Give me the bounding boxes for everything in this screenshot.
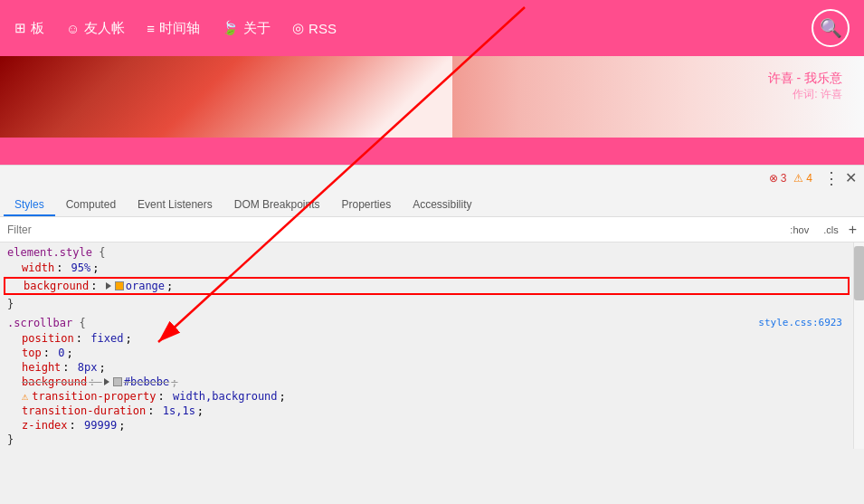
about-label: 关于 [243,20,271,37]
css-property-background-scrollbar: background : #bebebe ; [0,375,853,389]
friends-label: 友人帐 [84,20,125,37]
filter-bar: :hov .cls + [0,217,864,242]
devtools-actions: ⋮ ✕ [823,169,857,186]
css-property-transition-duration: transition-duration : 1s,1s ; [0,404,853,418]
nav-item-about[interactable]: 🍃 关于 [222,20,271,37]
filter-input[interactable] [7,223,778,236]
search-button[interactable]: 🔍 [812,9,850,47]
css-selector-scrollbar: .scrollbar { style.css:6923 [0,315,853,331]
source-link-scrollbar[interactable]: style.css:6923 [758,317,846,329]
error-circle-icon: ⊗ [769,172,778,185]
css-property-height: height : 8px ; [0,360,853,375]
dashboard-icon: ⊞ [14,20,26,36]
banner-image [0,56,864,138]
error-badge: ⊗ 3 [769,172,787,185]
warning-count: 4 [806,172,812,185]
css-selector-element-style: element.style { [0,244,853,261]
tab-dom-breakpoints[interactable]: DOM Breakpoints [223,195,331,216]
friends-icon: ☺ [66,21,80,36]
css-rule-scrollbar: .scrollbar { style.css:6923 position : f… [0,313,853,449]
hov-button[interactable]: :hov [785,222,813,238]
css-property-background-highlighted: background : orange ; [4,277,850,295]
tab-styles[interactable]: Styles [4,195,55,216]
nav-items: ⊞ 板 ☺ 友人帐 ≡ 时间轴 🍃 关于 ◎ RSS [14,20,337,37]
nav-item-rss[interactable]: ◎ RSS [292,20,337,36]
more-options-button[interactable]: ⋮ [823,170,840,186]
rss-icon: ◎ [292,20,304,36]
scrollbar-thumb[interactable] [854,246,864,300]
css-panel: element.style { width : 95% ; background… [0,242,853,449]
banner-title: 许喜 - 我乐意 [768,71,842,87]
rss-label: RSS [309,21,337,36]
background-expand-triangle[interactable] [106,282,111,290]
scrollbar-close-brace: } [0,433,853,447]
scrollbar-bg-swatch[interactable] [113,377,122,386]
background-color-swatch[interactable] [115,281,124,290]
nav-item-dashboard[interactable]: ⊞ 板 [14,20,44,37]
error-count: 3 [781,172,787,185]
scrollbar-bg-expand[interactable] [104,378,109,385]
tab-properties[interactable]: Properties [330,195,402,216]
warning-badge: ⚠ 4 [793,172,812,185]
timeline-icon: ≡ [147,21,155,36]
add-style-button[interactable]: + [849,222,857,238]
css-property-transition-property: ⚠ transition-property : width,background… [0,389,853,404]
css-rule-element-style: element.style { width : 95% ; background… [0,242,853,313]
css-property-top: top : 0 ; [0,346,853,360]
banner-area: 许喜 - 我乐意 作词: 许喜 [0,56,864,138]
timeline-label: 时间轴 [159,20,200,37]
css-property-z-index: z-index : 99999 ; [0,418,853,433]
cls-button[interactable]: .cls [819,222,843,238]
nav-item-friends[interactable]: ☺ 友人帐 [66,20,125,37]
banner-right-text: 许喜 - 我乐意 作词: 许喜 [768,71,842,102]
css-panel-row: element.style { width : 95% ; background… [0,242,864,449]
close-devtools-button[interactable]: ✕ [845,169,857,186]
tab-accessibility[interactable]: Accessibility [402,195,482,216]
search-icon: 🔍 [820,17,842,39]
devtools-scrollbar[interactable] [853,242,864,449]
css-property-width: width : 95% ; [0,261,853,275]
warning-icon-transition: ⚠ [22,390,28,403]
css-property-position: position : fixed ; [0,331,853,346]
filter-actions: :hov .cls + [785,222,857,238]
nav-item-timeline[interactable]: ≡ 时间轴 [147,20,200,37]
dashboard-label: 板 [31,20,44,37]
element-style-close-brace: } [0,297,853,311]
devtools-tabs: Styles Computed Event Listeners DOM Brea… [0,190,864,217]
top-navigation: ⊞ 板 ☺ 友人帐 ≡ 时间轴 🍃 关于 ◎ RSS 🔍 [0,0,864,56]
warning-triangle-icon: ⚠ [793,172,803,185]
tab-computed[interactable]: Computed [55,195,127,216]
pink-subtitle-bar [0,138,864,165]
devtools-toolbar: ⊗ 3 ⚠ 4 ⋮ ✕ [0,165,864,190]
tab-event-listeners[interactable]: Event Listeners [127,195,223,216]
about-icon: 🍃 [222,20,239,36]
banner-subtitle: 作词: 许喜 [768,87,842,102]
